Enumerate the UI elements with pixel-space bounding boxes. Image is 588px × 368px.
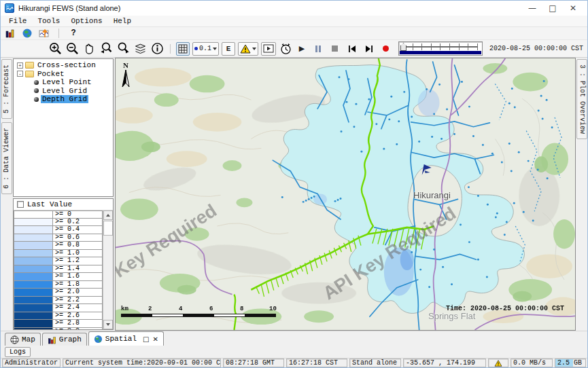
tab-forecast[interactable]: 5 : Forecast (1, 59, 12, 119)
status-gmt-time: 08:27:18 GMT (223, 358, 284, 367)
layers-icon[interactable] (133, 42, 148, 56)
zoom-in-icon[interactable] (48, 42, 63, 56)
label-tool-button[interactable]: E (222, 42, 235, 56)
last-value-checkbox[interactable] (17, 201, 24, 208)
scroll-up-icon[interactable] (103, 210, 113, 220)
tab-data-viewer[interactable]: 6 : Data Viewer (1, 122, 12, 194)
contour-interval-value: 0.1 (199, 45, 211, 52)
tab-close-icon[interactable]: ✕ (153, 335, 158, 343)
tab-plot-overview[interactable]: 3 : Plot Overview (576, 59, 587, 139)
tree-item[interactable]: Depth Grid (15, 95, 111, 104)
tree-item[interactable]: + Cross-section (15, 61, 111, 70)
bar-chart-icon (48, 335, 56, 344)
status-mode: Stand alone (349, 358, 401, 367)
time-slider[interactable] (398, 41, 483, 56)
step-back-button[interactable] (345, 42, 359, 56)
legend-color-swatch (14, 320, 53, 328)
wire-globe-icon (10, 335, 19, 344)
legend-color-swatch (14, 304, 53, 312)
layer-bullet-icon (34, 80, 39, 85)
grid-display-button[interactable] (176, 42, 190, 56)
status-memory: 2.5 GB (555, 358, 586, 367)
warnings-dropdown[interactable] (238, 42, 258, 56)
tab-maximize-icon[interactable]: □ (143, 335, 149, 343)
menu-item[interactable]: Help (108, 16, 137, 26)
contour-interval-dropdown[interactable]: 0.1 (192, 42, 219, 56)
tree-item[interactable]: Level Grid (15, 87, 111, 96)
tree-item[interactable]: Level Point (15, 78, 111, 87)
legend-color-swatch (14, 242, 53, 250)
menu-item[interactable]: Tools (32, 16, 65, 26)
timeseries-display-icon[interactable] (39, 29, 50, 39)
step-forward-button[interactable] (362, 42, 376, 56)
status-transfer-rate: 0.0 MB/s (511, 358, 553, 367)
legend-color-swatch (14, 210, 53, 219)
legend-threshold-label: >= 2.0 (53, 289, 103, 297)
legend-row: >= 2.4 (14, 304, 103, 312)
scroll-down-icon[interactable] (103, 320, 113, 329)
legend-color-swatch (14, 265, 53, 274)
app-logo-icon (5, 3, 14, 13)
menu-item[interactable]: Options (65, 16, 107, 26)
tree-item-label: Cross-section (36, 61, 97, 69)
map-toolbar: 0.1 E ▶ 2020-08-25 (1, 39, 587, 58)
layer-bullet-icon (34, 88, 39, 93)
bottom-tab-bar: Map □ ✕ Graph □ ✕ (1, 331, 587, 346)
zoom-next-icon[interactable] (116, 42, 131, 56)
status-user: Administrator (2, 358, 60, 367)
zoom-out-icon[interactable] (65, 42, 80, 56)
database-chart-icon[interactable] (5, 29, 16, 39)
legend-row: >= 1.6 (14, 273, 103, 281)
record-button[interactable] (379, 42, 393, 56)
time-settings-icon[interactable] (279, 42, 293, 56)
scroll-thumb[interactable] (103, 221, 113, 236)
depth-legend: Last Value >= 0 >= 0.2 (13, 198, 114, 330)
layer-tree: + Cross-section - Pocket (13, 58, 114, 197)
north-arrow: N (121, 61, 131, 92)
play-button[interactable]: ▶ (296, 44, 308, 53)
legend-row: >= 0 (14, 210, 103, 219)
bottom-tab[interactable]: Graph □ ✕ (42, 333, 87, 346)
legend-color-swatch (14, 289, 53, 297)
menu-item[interactable]: File (3, 16, 32, 26)
pause-button[interactable] (311, 42, 325, 56)
close-button[interactable]: ✕ (563, 3, 583, 13)
info-icon[interactable] (150, 42, 165, 56)
globe-icon (94, 335, 103, 344)
bottom-tab-label: Map (22, 335, 35, 344)
status-system-time: Current system time:2020-09-01 00:00 CST (63, 358, 221, 367)
chevron-down-icon (252, 48, 256, 50)
legend-threshold-label: >= 1.6 (53, 273, 103, 281)
legend-color-swatch (14, 226, 53, 234)
legend-color-swatch (14, 250, 53, 258)
help-icon[interactable]: ? (68, 29, 79, 39)
legend-scrollbar[interactable] (103, 210, 113, 329)
legend-row: >= 0.4 (14, 226, 103, 234)
globe-explorer-icon[interactable] (22, 29, 33, 39)
menubar: FileToolsOptionsHelp (1, 16, 587, 27)
legend-color-swatch (14, 219, 53, 227)
pan-hand-icon[interactable] (82, 42, 97, 56)
place-label-hikurangi: Hikurangi (413, 190, 451, 200)
maximize-button[interactable]: □ (542, 3, 563, 13)
bottom-tab[interactable]: Map □ ✕ (5, 333, 41, 346)
status-local-time: 16:27:18 CST (286, 358, 347, 367)
status-warning-icon[interactable] (488, 358, 508, 367)
legend-color-swatch (14, 273, 53, 281)
chevron-down-icon (213, 48, 217, 50)
bottom-tab[interactable]: Spatial □ ✕ (88, 331, 164, 346)
animation-panel-button[interactable] (261, 42, 276, 56)
map-viewport[interactable]: N API Key Required API Key Required Hiku… (115, 58, 576, 331)
dot-icon (194, 47, 198, 50)
minimize-button[interactable]: — (522, 3, 542, 13)
tree-item[interactable]: - Pocket (15, 70, 111, 79)
legend-threshold-label: >= 0 (53, 210, 103, 219)
legend-rows: >= 0 >= 0.2 >= 0.4 (14, 210, 103, 329)
tree-expander[interactable]: - (17, 71, 23, 77)
logs-button[interactable]: Logs (5, 347, 31, 357)
tree-expander[interactable]: + (17, 62, 23, 69)
time-span-bar (400, 51, 481, 54)
legend-threshold-label: >= 0.4 (53, 226, 103, 234)
zoom-previous-icon[interactable] (99, 42, 114, 56)
stop-button[interactable] (328, 42, 342, 56)
